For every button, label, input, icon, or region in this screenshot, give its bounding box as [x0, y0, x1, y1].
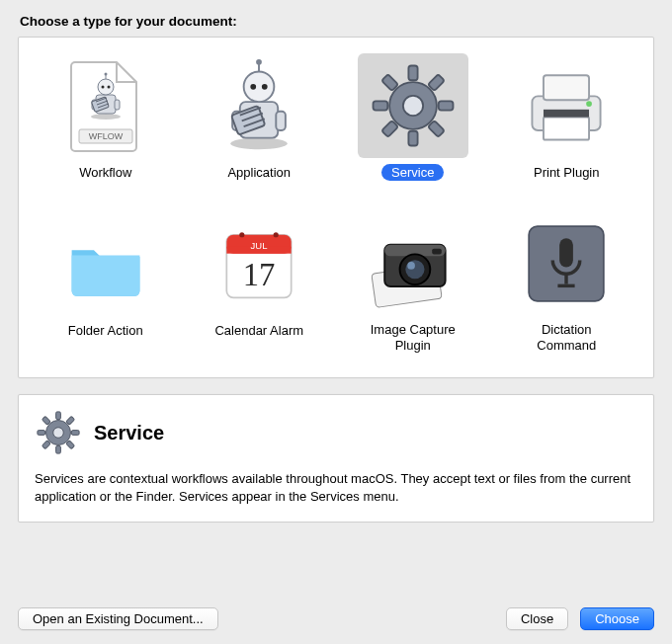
- template-workflow[interactable]: WFLOW Workflow: [29, 47, 183, 205]
- template-dictation-command[interactable]: DictationCommand: [490, 205, 644, 363]
- template-label: Print Plugin: [524, 164, 609, 181]
- template-label: Application: [217, 164, 300, 181]
- application-icon: [204, 53, 314, 158]
- calendar-icon: JUL 17: [204, 211, 314, 316]
- template-label: Workflow: [69, 164, 141, 181]
- close-button[interactable]: Close: [506, 607, 568, 630]
- printer-icon: [511, 53, 622, 158]
- template-grid-panel: WFLOW Workflow Application Service Print…: [18, 37, 654, 378]
- template-label: Folder Action: [58, 322, 153, 339]
- dialog-footer: Open an Existing Document... Close Choos…: [18, 607, 654, 630]
- template-service[interactable]: Service: [336, 47, 490, 205]
- dialog-heading: Choose a type for your document:: [20, 14, 654, 29]
- service-icon: [358, 53, 468, 158]
- microphone-icon: [511, 211, 622, 316]
- template-label: Image CapturePlugin: [371, 322, 456, 355]
- gear-icon: [35, 409, 82, 456]
- info-panel: Service Services are contextual workflow…: [18, 394, 654, 523]
- camera-icon: [358, 211, 468, 316]
- template-calendar-alarm[interactable]: JUL 17 Calendar Alarm: [183, 205, 337, 363]
- template-print-plugin[interactable]: Print Plugin: [490, 47, 644, 205]
- template-label: Calendar Alarm: [205, 322, 313, 339]
- svg-point-46: [274, 232, 279, 237]
- template-label: DictationCommand: [537, 322, 596, 355]
- svg-text:17: 17: [243, 257, 276, 292]
- folder-icon: [50, 211, 161, 316]
- info-description: Services are contextual workflows availa…: [35, 470, 637, 506]
- svg-text:JUL: JUL: [251, 240, 268, 251]
- template-image-capture-plugin[interactable]: Image CapturePlugin: [336, 205, 490, 363]
- template-grid: WFLOW Workflow Application Service Print…: [29, 47, 643, 363]
- info-title: Service: [94, 422, 164, 444]
- template-label: Service: [381, 164, 444, 181]
- choose-button[interactable]: Choose: [580, 607, 654, 630]
- template-application[interactable]: Application: [183, 47, 337, 205]
- open-existing-button[interactable]: Open an Existing Document...: [18, 607, 218, 630]
- template-folder-action[interactable]: Folder Action: [29, 205, 183, 363]
- wflow-badge-text: WFLOW: [89, 131, 124, 141]
- svg-point-45: [239, 232, 244, 237]
- workflow-icon: WFLOW: [50, 53, 161, 158]
